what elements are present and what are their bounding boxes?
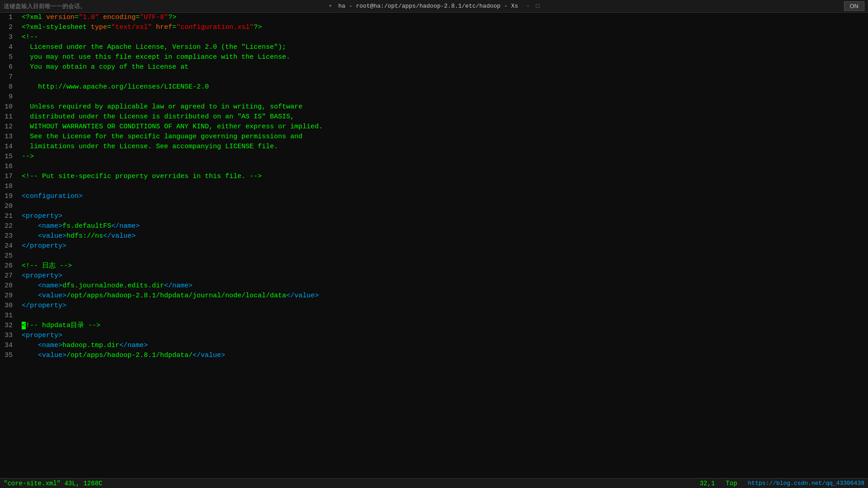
code-line: <property>: [22, 211, 868, 221]
title-center: + ha - root@ha:/opt/apps/hadoop-2.8.1/et…: [329, 3, 540, 9]
code-line: See the License for the specific languag…: [22, 132, 868, 142]
line-number: 14: [0, 142, 13, 152]
line-number: 29: [0, 291, 13, 301]
code-line: -->: [22, 152, 868, 162]
code-line: </property>: [22, 241, 868, 251]
plus-icon: +: [329, 3, 332, 9]
code-line: <!-- Put site-specific property override…: [22, 172, 868, 182]
code-line: <value>hdfs://ns</value>: [22, 231, 868, 241]
line-number: 27: [0, 271, 13, 281]
line-number: 10: [0, 102, 13, 112]
line-number: 7: [0, 72, 13, 82]
title-bar: 送键盘输入目前唯一一的会话。 + ha - root@ha:/opt/apps/…: [0, 0, 868, 13]
code-line: <value>/opt/apps/hadoop-2.8.1/hdpdata/jo…: [22, 291, 868, 301]
code-line: distributed under the License is distrib…: [22, 112, 868, 122]
line-number: 12: [0, 122, 13, 132]
line-number: 25: [0, 251, 13, 261]
title-bar-right: ON: [844, 1, 865, 11]
line-number: 2: [0, 23, 13, 33]
code-line: You may obtain a copy of the License at: [22, 62, 868, 72]
line-numbers: 1234567891011121314151617181920212223242…: [0, 13, 16, 478]
code-line: WITHOUT WARRANTIES OR CONDITIONS OF ANY …: [22, 122, 868, 132]
code-line: <name>hadoop.tmp.dir</name>: [22, 341, 868, 351]
line-number: 13: [0, 132, 13, 142]
line-number: 22: [0, 221, 13, 231]
code-line: <name>fs.defaultFS</name>: [22, 221, 868, 231]
line-number: 30: [0, 301, 13, 311]
code-line: [22, 202, 868, 211]
code-line: you may not use this file except in comp…: [22, 52, 868, 62]
input-hint: 送键盘输入目前唯一一的会话。: [0, 0, 90, 13]
line-number: 4: [0, 42, 13, 52]
editor-container: 1234567891011121314151617181920212223242…: [0, 13, 868, 478]
status-filename: "core-site.xml" 43L, 1268C: [4, 480, 102, 487]
minimize-icon[interactable]: -: [526, 3, 530, 9]
line-number: 31: [0, 311, 13, 321]
line-number: 5: [0, 52, 13, 62]
status-top: Top: [726, 480, 737, 487]
code-line: <property>: [22, 271, 868, 281]
code-line: <configuration>: [22, 192, 868, 202]
line-number: 18: [0, 182, 13, 192]
code-area[interactable]: <?xml version="1.0" encoding="UTF-8"?><?…: [16, 13, 868, 478]
line-number: 21: [0, 211, 13, 221]
line-number: 32: [0, 321, 13, 331]
code-line: [22, 251, 868, 261]
line-number: 23: [0, 231, 13, 241]
line-number: 9: [0, 92, 13, 102]
line-number: 17: [0, 172, 13, 182]
line-number: 8: [0, 82, 13, 92]
line-number: 16: [0, 162, 13, 172]
line-number: 11: [0, 112, 13, 122]
line-number: 35: [0, 351, 13, 361]
code-line: <!-- hdpdata目录 -->: [22, 321, 868, 331]
line-number: 19: [0, 192, 13, 202]
code-line: <?xml-stylesheet type="text/xsl" href="c…: [22, 23, 868, 33]
code-line: [22, 182, 868, 192]
code-line: [22, 92, 868, 102]
status-url: https://blog.csdn.net/qq_43306439: [748, 480, 864, 487]
line-number: 34: [0, 341, 13, 351]
code-line: <name>dfs.journalnode.edits.dir</name>: [22, 281, 868, 291]
line-number: 3: [0, 33, 13, 42]
line-number: 28: [0, 281, 13, 291]
code-line: [22, 311, 868, 321]
status-right: 32,1 Top https://blog.csdn.net/qq_433064…: [700, 480, 864, 487]
maximize-icon[interactable]: □: [536, 3, 540, 9]
code-line: <!-- 日志 -->: [22, 261, 868, 271]
code-line: <!--: [22, 33, 868, 42]
code-line: http://www.apache.org/licenses/LICENSE-2…: [22, 82, 868, 92]
window-title: ha - root@ha:/opt/apps/hadoop-2.8.1/etc/…: [338, 3, 518, 9]
line-number: 6: [0, 62, 13, 72]
code-line: Licensed under the Apache License, Versi…: [22, 42, 868, 52]
line-number: 24: [0, 241, 13, 251]
code-line: Unless required by applicable law or agr…: [22, 102, 868, 112]
line-number: 15: [0, 152, 13, 162]
on-button[interactable]: ON: [844, 1, 865, 11]
code-line: limitations under the License. See accom…: [22, 142, 868, 152]
line-number: 33: [0, 331, 13, 341]
code-line: </property>: [22, 301, 868, 311]
line-number: 26: [0, 261, 13, 271]
code-line: <property>: [22, 331, 868, 341]
line-number: 1: [0, 13, 13, 23]
code-line: [22, 72, 868, 82]
status-bar: "core-site.xml" 43L, 1268C 32,1 Top http…: [0, 478, 868, 488]
code-line: <?xml version="1.0" encoding="UTF-8"?>: [22, 13, 868, 23]
code-line: [22, 162, 868, 172]
code-line: <value>/opt/apps/hadoop-2.8.1/hdpdata/</…: [22, 351, 868, 361]
status-position: 32,1: [700, 480, 715, 487]
line-number: 20: [0, 202, 13, 211]
